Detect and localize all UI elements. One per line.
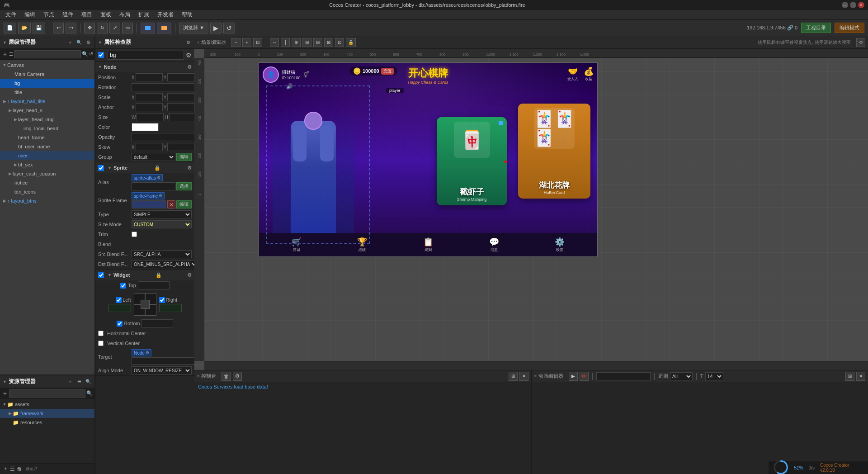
rotation-input[interactable]: 0 bbox=[132, 83, 194, 91]
tree-layer-cash-coupon[interactable]: ▶ layer_cash_coupon bbox=[0, 169, 94, 178]
toolbar-undo[interactable]: ↩ bbox=[53, 23, 64, 33]
widget-target-input[interactable]: None bbox=[132, 357, 194, 365]
project-dir-button[interactable]: 工程目录 bbox=[801, 23, 831, 33]
alias-input[interactable]: None bbox=[132, 182, 175, 190]
toolbar-rotate[interactable]: ↻ bbox=[97, 23, 108, 33]
sprite-frame-clear-btn[interactable]: ✕ bbox=[167, 200, 175, 209]
horizontal-center-checkbox[interactable] bbox=[98, 331, 104, 336]
anchor-x-input[interactable]: 0.5 bbox=[136, 103, 163, 111]
console-clear-btn[interactable]: 🗑 bbox=[222, 372, 231, 381]
sprite-lock-icon[interactable]: 🔒 bbox=[154, 165, 160, 171]
assets-bottom-delete[interactable]: 🗑 bbox=[17, 466, 22, 472]
widget-gear-icon[interactable]: ⚙ bbox=[187, 272, 192, 278]
menu-project[interactable]: 项目 bbox=[78, 10, 96, 19]
assets-root[interactable]: ▼ 📁 assets bbox=[0, 400, 94, 409]
hierarchy-search-icon[interactable]: 🔍 bbox=[75, 39, 83, 46]
anim-close-btn[interactable]: ✕ bbox=[856, 372, 865, 381]
anim-expand-btn[interactable]: ⊞ bbox=[845, 372, 854, 381]
widget-top-checkbox[interactable] bbox=[120, 283, 126, 289]
toolbar-img1[interactable] bbox=[141, 23, 155, 33]
toolbar-redo[interactable]: ↪ bbox=[66, 23, 76, 33]
tree-title[interactable]: title bbox=[0, 88, 94, 97]
menu-extend[interactable]: 扩展 bbox=[135, 10, 153, 19]
dst-blend-select[interactable]: ONE_MINUS_SRC_ALPHA bbox=[132, 260, 194, 268]
toolbar-new[interactable]: 📄 bbox=[4, 23, 16, 33]
anim-play-btn[interactable]: ▶ bbox=[569, 372, 578, 381]
node-gear-icon[interactable]: ⚙ bbox=[187, 64, 192, 70]
color-swatch[interactable] bbox=[132, 123, 159, 131]
size-w-input[interactable]: 1280 bbox=[137, 113, 164, 121]
scene-tool-5[interactable]: ⊟ bbox=[313, 38, 322, 47]
scene-tool-8[interactable]: 🔒 bbox=[346, 38, 356, 47]
scene-zoom-out[interactable]: − bbox=[231, 38, 241, 47]
toolbar-browser[interactable]: 浏览器 ▼ bbox=[179, 23, 208, 33]
hierarchy-add-icon[interactable]: ＋ bbox=[66, 39, 74, 46]
tree-layer-head-img[interactable]: ▶ layer_head_img bbox=[0, 115, 94, 124]
tree-head-frame[interactable]: head_frame bbox=[0, 133, 94, 142]
assets-bottom-list[interactable]: ☰ bbox=[10, 466, 15, 472]
trim-checkbox[interactable] bbox=[132, 232, 137, 237]
menu-layout[interactable]: 布局 bbox=[116, 10, 134, 19]
console-close-btn[interactable]: ✕ bbox=[519, 372, 528, 381]
tree-layout-btns[interactable]: ▶ ↑ layout_btns bbox=[0, 196, 94, 205]
hierarchy-settings-icon[interactable]: ⚙ bbox=[85, 39, 92, 46]
widget-bottom-input[interactable]: 0.00px bbox=[142, 319, 173, 327]
widget-left-checkbox[interactable] bbox=[116, 297, 122, 303]
anim-font-select[interactable]: 14 bbox=[705, 372, 723, 380]
toolbar-img2[interactable] bbox=[157, 23, 171, 33]
menu-file[interactable]: 文件 bbox=[2, 10, 20, 19]
assets-search-icon[interactable]: 🔍 bbox=[85, 378, 92, 385]
hierarchy-add-btn[interactable]: ＋ bbox=[2, 50, 8, 58]
node-section-header[interactable]: ▼ Node ⚙ bbox=[95, 62, 194, 72]
vertical-center-checkbox[interactable] bbox=[98, 341, 104, 346]
scale-y-input[interactable]: 1 bbox=[167, 93, 194, 101]
menu-dev[interactable]: 开发者 bbox=[154, 10, 177, 19]
skew-x-input[interactable]: 0 bbox=[136, 143, 163, 151]
scene-tool-6[interactable]: ⊠ bbox=[324, 38, 333, 47]
scene-tool-4[interactable]: ⊞ bbox=[302, 38, 311, 47]
inspector-settings-icon[interactable]: ⚙ bbox=[184, 39, 192, 46]
sprite-section-header[interactable]: ▼ Sprite 🔒 ⚙ bbox=[95, 162, 194, 173]
widget-active-checkbox[interactable] bbox=[98, 272, 104, 278]
hierarchy-search-input[interactable] bbox=[14, 50, 81, 58]
tree-img-local-head[interactable]: img_local_head bbox=[0, 124, 94, 133]
assets-add-icon[interactable]: ＋ bbox=[66, 378, 74, 385]
size-mode-select[interactable]: CUSTOM TRIMMED RAW bbox=[132, 220, 192, 228]
widget-right-input[interactable]: 0.00px bbox=[159, 304, 182, 312]
opacity-input[interactable]: 255 bbox=[132, 133, 194, 141]
assets-list-icon[interactable]: ☰ bbox=[75, 378, 83, 385]
tree-bt-sex[interactable]: ▶ bt_sex bbox=[0, 160, 94, 169]
node-settings-icon[interactable]: ⚙ bbox=[186, 52, 192, 59]
align-mode-select[interactable]: ON_WINDOW_RESIZE ALWAYS ONCE bbox=[132, 366, 192, 374]
anchor-y-input[interactable]: 0.5 bbox=[167, 103, 194, 111]
group-select[interactable]: default bbox=[132, 153, 175, 161]
scene-tool-7[interactable]: ⊡ bbox=[335, 38, 344, 47]
scene-tool-2[interactable]: | bbox=[281, 38, 290, 47]
toolbar-refresh[interactable]: ↺ bbox=[223, 23, 235, 33]
tree-layer-head-s[interactable]: ▶ layer_head_s bbox=[0, 106, 94, 115]
assets-framework[interactable]: ▶ 📁 framework bbox=[0, 409, 94, 418]
console-filter-btn[interactable]: ⚙ bbox=[233, 372, 242, 381]
toolbar-scale[interactable]: ⤢ bbox=[109, 23, 120, 33]
toolbar-save[interactable]: 💾 bbox=[33, 23, 45, 33]
widget-section-header[interactable]: ▼ Widget 🔒 ⚙ bbox=[95, 270, 194, 280]
widget-bottom-checkbox[interactable] bbox=[117, 321, 123, 327]
sprite-frame-input[interactable]: bg bbox=[132, 200, 166, 209]
toolbar-rect[interactable]: ▭ bbox=[122, 23, 133, 33]
tree-btn-icons[interactable]: btn_icons bbox=[0, 187, 94, 196]
hierarchy-search-btn[interactable]: 🔍 bbox=[82, 51, 88, 57]
menu-component[interactable]: 组件 bbox=[59, 10, 77, 19]
scene-view[interactable]: -200 -100 0 100 200 300 400 500 600 700 … bbox=[194, 49, 868, 370]
assets-bottom-plus[interactable]: ＋ bbox=[3, 465, 8, 473]
position-y-input[interactable]: 120 bbox=[167, 73, 194, 81]
toolbar-play[interactable]: ▶ bbox=[210, 23, 222, 33]
scene-zoom-in[interactable]: ＋ bbox=[242, 38, 251, 47]
console-expand-btn[interactable]: ⊞ bbox=[509, 372, 518, 381]
menu-help[interactable]: 帮助 bbox=[178, 10, 196, 19]
widget-right-checkbox[interactable] bbox=[159, 297, 165, 303]
minimize-button[interactable]: — bbox=[842, 2, 848, 8]
sprite-frame-edit-btn[interactable]: 编辑 bbox=[176, 200, 192, 209]
scene-fit[interactable]: ⊡ bbox=[253, 38, 262, 47]
assets-search-btn[interactable]: 🔍 bbox=[86, 390, 93, 396]
skew-y-input[interactable]: 0 bbox=[167, 143, 194, 151]
